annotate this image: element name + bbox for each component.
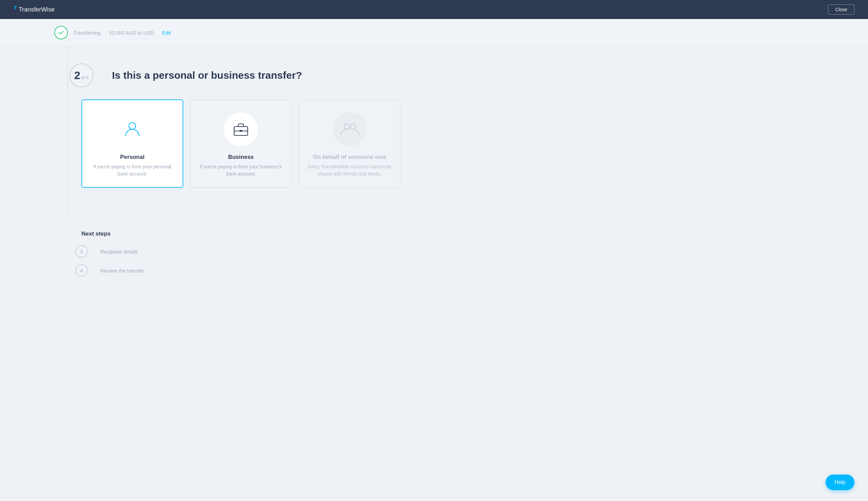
step1-detail: 10,000 AUD to USD — [109, 30, 154, 36]
step-header: 2of 5 Is this a personal or business tra… — [82, 63, 868, 87]
close-button[interactable]: Close — [828, 4, 855, 14]
app-header: ⁷ TransferWise Close — [0, 0, 868, 19]
business-icon-circle — [224, 113, 258, 146]
step1-complete-icon — [54, 26, 68, 39]
svg-point-5 — [350, 124, 356, 129]
business-card[interactable]: Business If you're paying in from your b… — [190, 99, 292, 188]
main-content: 2of 5 Is this a personal or business tra… — [0, 46, 868, 218]
step-bar: Transferring 10,000 AUD to USD Edit — [0, 19, 868, 46]
next-step-3: 3 Recipient details — [82, 245, 868, 258]
personal-card-desc: If you're paying in from your personal b… — [90, 163, 174, 178]
step-number-circle: 2of 5 — [69, 63, 93, 87]
step4-circle: 4 — [75, 264, 88, 277]
next-steps-title: Next steps — [82, 231, 868, 237]
next-steps-section: Next steps 3 Recipient details 4 Review … — [0, 218, 868, 296]
timeline-line — [67, 46, 68, 218]
help-button[interactable]: Help — [826, 475, 855, 490]
step1-edit-link[interactable]: Edit — [162, 30, 171, 36]
business-card-title: Business — [228, 154, 254, 161]
svg-point-4 — [344, 124, 349, 129]
step-title: Is this a personal or business transfer? — [112, 70, 302, 81]
step4-label: Review the transfer — [100, 268, 144, 274]
business-card-desc: If you're paying in from your business's… — [199, 163, 283, 178]
svg-point-0 — [129, 122, 136, 129]
logo-text: TransferWise — [19, 6, 55, 13]
personal-card-title: Personal — [120, 154, 144, 161]
next-step-4: 4 Review the transfer — [82, 264, 868, 277]
step1-label: Transferring — [73, 30, 100, 36]
personal-card[interactable]: Personal If you're paying in from your p… — [82, 99, 183, 188]
behalf-card: On behalf of someone else Sorry, Transfe… — [299, 99, 400, 188]
logo: ⁷ TransferWise — [13, 5, 55, 14]
content-area: 2of 5 Is this a personal or business tra… — [0, 46, 868, 218]
personal-icon-circle — [115, 113, 149, 146]
behalf-card-title: On behalf of someone else — [313, 154, 386, 161]
behalf-card-desc: Sorry, TransferWise accounts cannot be s… — [307, 163, 392, 178]
behalf-icon-circle — [333, 113, 367, 146]
logo-icon: ⁷ — [13, 5, 17, 14]
step3-circle: 3 — [75, 245, 88, 258]
transfer-type-cards: Personal If you're paying in from your p… — [82, 99, 868, 188]
step3-label: Recipient details — [100, 249, 138, 255]
